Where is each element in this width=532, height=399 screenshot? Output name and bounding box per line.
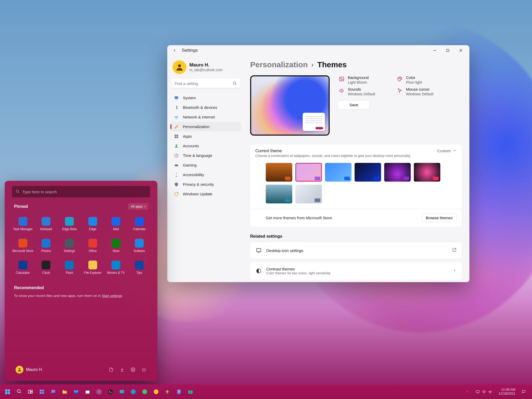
sidebar-item-accounts[interactable]: Accounts xyxy=(170,141,241,151)
theme-thumb-bloom-pink[interactable] xyxy=(295,163,322,182)
app-label: Tips xyxy=(136,271,142,275)
taskbar-app-whiteboard[interactable] xyxy=(116,386,127,397)
save-theme-button[interactable]: Save xyxy=(338,100,370,109)
svg-rect-39 xyxy=(40,390,42,391)
sidebar-item-system[interactable]: System xyxy=(170,93,241,103)
settings-search-input[interactable] xyxy=(171,79,240,88)
app-tile-notepad[interactable]: Notepad xyxy=(35,214,57,234)
cursor-setting[interactable]: Mouse cursorWindows Default xyxy=(396,87,448,96)
taskbar-app-edge-canary[interactable] xyxy=(151,386,162,397)
app-tile-office[interactable]: Office xyxy=(82,236,104,256)
settings-search[interactable] xyxy=(171,79,240,88)
sidebar-item-label: System xyxy=(183,96,196,100)
notifications-button[interactable] xyxy=(520,389,528,395)
start-search-input[interactable] xyxy=(22,190,147,194)
sidebar-item-gaming[interactable]: Gaming xyxy=(170,160,241,170)
breadcrumb-root[interactable]: Personalization xyxy=(250,60,308,69)
app-icon xyxy=(135,261,144,269)
sidebar-item-personalization[interactable]: Personalization xyxy=(170,122,241,131)
taskbar-app-settings[interactable] xyxy=(94,386,104,397)
sidebar-item-time[interactable]: Time & language xyxy=(170,151,241,160)
svg-rect-16 xyxy=(175,164,178,167)
app-icon xyxy=(42,261,50,269)
svg-rect-8 xyxy=(176,99,177,100)
monitor-icon xyxy=(255,247,262,254)
settings-button[interactable] xyxy=(128,365,138,374)
close-button[interactable] xyxy=(454,45,467,56)
minimize-button[interactable] xyxy=(428,45,441,56)
app-tile-paint[interactable]: Paint xyxy=(58,257,80,278)
all-apps-button[interactable]: All apps › xyxy=(128,203,148,210)
svg-rect-40 xyxy=(42,390,44,391)
start-user-button[interactable]: Mauro H. xyxy=(14,364,45,375)
theme-thumb-autumn[interactable] xyxy=(266,163,292,182)
app-tile-clock[interactable]: Clock xyxy=(35,257,57,278)
app-tile-settings[interactable]: Settings xyxy=(58,236,80,256)
sidebar-item-privacy[interactable]: Privacy & security xyxy=(170,179,241,189)
sounds-setting[interactable]: SoundsWindows Default xyxy=(338,87,390,96)
maximize-button[interactable] xyxy=(441,45,454,56)
app-label: Office xyxy=(89,249,97,253)
browse-themes-button[interactable]: Browse themes xyxy=(422,214,456,222)
power-button[interactable] xyxy=(139,365,149,374)
app-tile-movies-tv[interactable]: Movies & TV xyxy=(105,257,127,278)
chat-button[interactable] xyxy=(48,386,59,397)
svg-rect-36 xyxy=(28,390,30,394)
taskbar-app-camera[interactable] xyxy=(185,386,196,397)
taskbar-app-edge-dev[interactable] xyxy=(139,386,150,397)
app-tile-tips[interactable]: Tips xyxy=(128,257,150,278)
app-tile-microsoft-store[interactable]: Microsoft Store xyxy=(12,236,34,256)
taskbar-app-terminal[interactable] xyxy=(105,386,116,397)
theme-thumb-bloom-light[interactable] xyxy=(295,185,322,203)
taskbar-clock[interactable]: 11:08 AM 11/18/2021 xyxy=(497,387,517,397)
breadcrumb: Personalization › Themes xyxy=(250,60,462,69)
contrast-themes-row[interactable]: Contrast themes Color themes for low vis… xyxy=(250,262,462,280)
app-tile-photos[interactable]: Photos xyxy=(35,236,57,256)
taskbar-search-button[interactable] xyxy=(14,386,24,397)
back-button[interactable] xyxy=(171,47,178,54)
task-view-button[interactable] xyxy=(25,386,36,397)
taskbar-app-edge-beta[interactable] xyxy=(128,386,139,397)
sidebar-item-accessibility[interactable]: Accessibility xyxy=(170,170,241,179)
sidebar-item-update[interactable]: Windows Update xyxy=(170,189,241,199)
start-settings-link[interactable]: Start settings xyxy=(102,294,122,298)
sidebar-item-apps[interactable]: Apps xyxy=(170,131,241,141)
desktop-icon-settings-row[interactable]: Desktop icon settings xyxy=(250,242,462,258)
taskbar-app-notes[interactable] xyxy=(174,386,184,397)
start-button[interactable] xyxy=(2,386,13,397)
app-tile-edge[interactable]: Edge xyxy=(82,214,104,234)
sidebar-item-label: Windows Update xyxy=(183,192,212,196)
svg-rect-18 xyxy=(340,77,344,81)
app-tile-file-explorer[interactable]: File Explorer xyxy=(82,257,104,278)
theme-thumb-bloom-blue[interactable] xyxy=(325,163,351,182)
app-tile-edge-beta[interactable]: Edge Beta xyxy=(58,214,80,234)
image-icon xyxy=(338,75,345,83)
taskbar-app-store[interactable] xyxy=(82,386,93,397)
app-tile-calendar[interactable]: Calendar xyxy=(128,214,150,234)
color-setting[interactable]: ColorPlum light xyxy=(396,75,448,84)
app-tile-solitaire[interactable]: Solitaire xyxy=(128,236,150,256)
current-theme-collapse[interactable]: Custom xyxy=(437,149,456,153)
background-setting[interactable]: BackgroundLight Bloom xyxy=(338,75,390,84)
taskbar-app-explorer[interactable] xyxy=(59,386,70,397)
taskbar-app-bolt[interactable] xyxy=(162,386,173,397)
documents-button[interactable] xyxy=(107,365,116,374)
start-search[interactable] xyxy=(12,186,150,197)
app-label: Clock xyxy=(42,271,50,275)
sidebar-item-bluetooth[interactable]: Bluetooth & devices xyxy=(170,103,241,112)
taskbar-app-mail[interactable] xyxy=(71,386,82,397)
app-tile-mail[interactable]: Mail xyxy=(105,214,127,234)
app-tile-calculator[interactable]: Calculator xyxy=(12,257,34,278)
theme-thumb-bloom-dark[interactable] xyxy=(355,163,381,182)
widgets-button[interactable] xyxy=(36,386,47,397)
downloads-button[interactable] xyxy=(117,365,127,374)
system-tray[interactable] xyxy=(474,389,494,395)
sidebar-user[interactable]: Mauro H. m_lab@outlook.com xyxy=(170,58,241,79)
tray-overflow-button[interactable] xyxy=(464,389,471,394)
theme-thumb-lake[interactable] xyxy=(266,185,292,203)
theme-thumb-flow[interactable] xyxy=(414,163,440,182)
theme-thumb-glow[interactable] xyxy=(384,163,411,182)
app-tile-task-manager[interactable]: Task Manager xyxy=(12,214,34,234)
app-tile-xbox[interactable]: Xbox xyxy=(105,236,127,256)
sidebar-item-network[interactable]: Network & internet xyxy=(170,112,241,122)
